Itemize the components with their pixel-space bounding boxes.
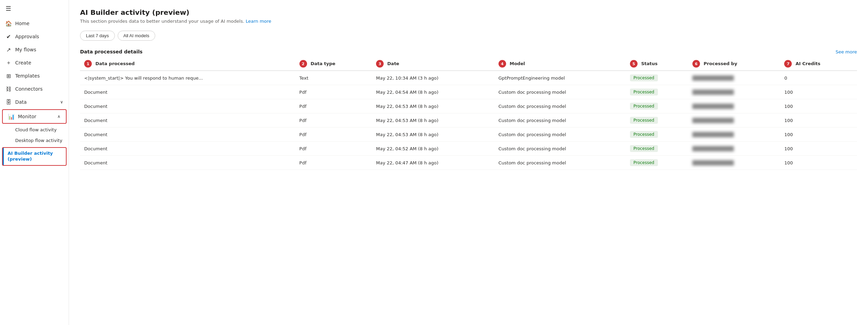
- cell-date: May 22, 04:53 AM (8 h ago): [372, 113, 494, 128]
- cell-date: May 22, 04:47 AM (8 h ago): [372, 156, 494, 170]
- sidebar-item-label: Create: [15, 60, 63, 65]
- cell-data-processed: <|system_start|> You will respond to hum…: [80, 71, 295, 85]
- cell-processed-by: ████████████: [688, 99, 780, 113]
- filter-all-ai-models[interactable]: All AI models: [118, 31, 155, 41]
- templates-icon: ⊞: [6, 73, 12, 79]
- cell-ai-credits: 100: [780, 128, 857, 142]
- cell-model: Custom doc processing model: [494, 128, 626, 142]
- table-row: DocumentPdfMay 22, 04:53 AM (8 h ago)Cus…: [80, 113, 857, 128]
- section-title: Data processed details: [80, 49, 142, 54]
- chevron-down-icon: ∨: [60, 100, 63, 104]
- cell-data-type: Pdf: [295, 99, 372, 113]
- col-num-2: 2: [299, 60, 307, 68]
- sidebar-item-monitor[interactable]: 📊 Monitor ∧: [3, 110, 66, 123]
- page-title: AI Builder activity (preview): [80, 8, 857, 17]
- chevron-up-icon: ∧: [57, 114, 60, 119]
- connectors-icon: ⛓: [6, 86, 12, 92]
- sidebar: ☰ 🏠 Home ✔ Approvals ↗ My flows ＋ Create…: [0, 0, 69, 325]
- cell-model: Custom doc processing model: [494, 113, 626, 128]
- cell-status: Processed: [626, 156, 688, 170]
- table-row: DocumentPdfMay 22, 04:52 AM (8 h ago)Cus…: [80, 142, 857, 156]
- sidebar-item-connectors[interactable]: ⛓ Connectors: [0, 82, 69, 95]
- sidebar-item-label: Templates: [15, 73, 63, 79]
- cell-model: Custom doc processing model: [494, 85, 626, 99]
- filter-last-7-days[interactable]: Last 7 days: [80, 31, 115, 41]
- table-row: DocumentPdfMay 22, 04:54 AM (8 h ago)Cus…: [80, 85, 857, 99]
- page-subtitle-text: This section provides data to better und…: [80, 19, 246, 24]
- cell-data-type: Pdf: [295, 128, 372, 142]
- cell-date: May 22, 04:53 AM (8 h ago): [372, 128, 494, 142]
- cell-data-type: Pdf: [295, 113, 372, 128]
- cell-status: Processed: [626, 142, 688, 156]
- sidebar-sub-item-desktop-flow-activity[interactable]: Desktop flow activity: [0, 135, 69, 146]
- cell-data-processed: Document: [80, 142, 295, 156]
- sidebar-item-templates[interactable]: ⊞ Templates: [0, 69, 69, 82]
- cell-data-processed: Document: [80, 113, 295, 128]
- cell-data-processed: Document: [80, 128, 295, 142]
- sidebar-item-create[interactable]: ＋ Create: [0, 56, 69, 69]
- section-header: Data processed details See more: [80, 49, 857, 54]
- cell-data-type: Pdf: [295, 156, 372, 170]
- cell-status: Processed: [626, 128, 688, 142]
- cell-date: May 22, 04:52 AM (8 h ago): [372, 142, 494, 156]
- table-row: DocumentPdfMay 22, 04:53 AM (8 h ago)Cus…: [80, 99, 857, 113]
- sidebar-item-label: My flows: [15, 47, 63, 52]
- status-badge: Processed: [630, 103, 658, 110]
- cell-processed-by: ████████████: [688, 113, 780, 128]
- cell-data-type: Pdf: [295, 85, 372, 99]
- cell-ai-credits: 100: [780, 113, 857, 128]
- cell-data-processed: Document: [80, 156, 295, 170]
- col-header-ai-credits: 7 AI Credits: [780, 57, 857, 71]
- sidebar-item-label: Home: [15, 21, 63, 26]
- cell-status: Processed: [626, 113, 688, 128]
- col-num-4: 4: [499, 60, 506, 68]
- status-badge: Processed: [630, 74, 658, 81]
- data-icon: 🗄: [6, 99, 12, 105]
- cell-model: Custom doc processing model: [494, 142, 626, 156]
- cell-model: Custom doc processing model: [494, 156, 626, 170]
- col-header-model: 4 Model: [494, 57, 626, 71]
- table-row: DocumentPdfMay 22, 04:53 AM (8 h ago)Cus…: [80, 128, 857, 142]
- approvals-icon: ✔: [6, 33, 12, 40]
- cell-model: GptPromptEngineering model: [494, 71, 626, 85]
- sidebar-item-label: Approvals: [15, 34, 63, 39]
- col-header-date: 3 Date: [372, 57, 494, 71]
- col-num-7: 7: [784, 60, 792, 68]
- col-header-processed-by: 6 Processed by: [688, 57, 780, 71]
- sidebar-sub-item-ai-builder-activity[interactable]: AI Builder activity(preview): [3, 148, 66, 165]
- cell-date: May 22, 04:54 AM (8 h ago): [372, 85, 494, 99]
- col-header-status: 5 Status: [626, 57, 688, 71]
- cell-ai-credits: 0: [780, 71, 857, 85]
- cell-status: Processed: [626, 71, 688, 85]
- col-header-data-processed: 1 Data processed: [80, 57, 295, 71]
- hamburger-icon[interactable]: ☰: [0, 0, 69, 17]
- table-row: DocumentPdfMay 22, 04:47 AM (8 h ago)Cus…: [80, 156, 857, 170]
- sidebar-sub-item-cloud-flow-activity[interactable]: Cloud flow activity: [0, 124, 69, 135]
- cell-processed-by: ████████████: [688, 156, 780, 170]
- sidebar-item-approvals[interactable]: ✔ Approvals: [0, 30, 69, 43]
- table-header-row: 1 Data processed 2 Data type 3 Date 4 Mo…: [80, 57, 857, 71]
- sidebar-item-label: Connectors: [15, 86, 63, 92]
- cell-processed-by: ████████████: [688, 71, 780, 85]
- sidebar-item-data[interactable]: 🗄 Data ∨: [0, 95, 69, 109]
- main-content: AI Builder activity (preview) This secti…: [69, 0, 868, 325]
- data-processed-table: 1 Data processed 2 Data type 3 Date 4 Mo…: [80, 57, 857, 170]
- cell-data-processed: Document: [80, 99, 295, 113]
- sidebar-item-label: Monitor: [18, 114, 54, 119]
- sidebar-item-my-flows[interactable]: ↗ My flows: [0, 43, 69, 56]
- table-row: <|system_start|> You will respond to hum…: [80, 71, 857, 85]
- cell-data-type: Pdf: [295, 142, 372, 156]
- status-badge: Processed: [630, 145, 658, 152]
- see-more-link[interactable]: See more: [836, 49, 857, 54]
- cell-date: May 22, 10:34 AM (3 h ago): [372, 71, 494, 85]
- status-badge: Processed: [630, 131, 658, 138]
- col-header-data-type: 2 Data type: [295, 57, 372, 71]
- col-num-1: 1: [84, 60, 92, 68]
- cell-ai-credits: 100: [780, 142, 857, 156]
- col-num-6: 6: [692, 60, 700, 68]
- flows-icon: ↗: [6, 47, 12, 53]
- page-subtitle: This section provides data to better und…: [80, 19, 857, 24]
- cell-ai-credits: 100: [780, 156, 857, 170]
- learn-more-link[interactable]: Learn more: [246, 19, 271, 24]
- sidebar-item-home[interactable]: 🏠 Home: [0, 17, 69, 30]
